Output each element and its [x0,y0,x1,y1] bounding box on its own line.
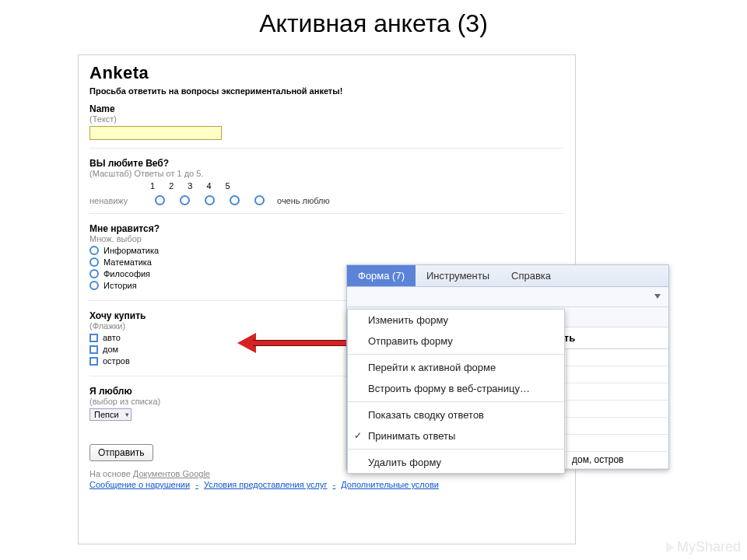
chevron-down-icon[interactable] [654,294,661,299]
option-label: авто [103,333,121,342]
submit-button[interactable]: Отправить [89,444,153,461]
menu-separator [348,449,564,450]
radio-option[interactable] [89,281,99,290]
select-value: Пепси [94,410,119,419]
menu-item-goto-active[interactable]: Перейти к активной форме [348,357,564,378]
scale-right-label: очень люблю [277,196,330,205]
scale-radio-2[interactable] [180,195,190,205]
scale-radio-4[interactable] [230,195,240,205]
question-label: Мне нравится? [89,223,564,234]
option-label: Философия [103,269,150,278]
menu-tab-help[interactable]: Справка [500,265,562,286]
form-description: Просьба ответить на вопросы эксперимента… [89,86,564,96]
menu-separator [348,354,564,355]
menu-tab-tools[interactable]: Инструменты [416,265,500,286]
play-icon [666,542,674,553]
option-label: История [103,281,137,290]
callout-arrow [237,335,346,351]
toolbar-row [347,287,668,307]
menu-tab-form[interactable]: Форма (7) [347,265,416,286]
footer-link-more[interactable]: Дополнительные услови [341,480,439,489]
select-dropdown[interactable]: Пепси ▾ [89,408,132,421]
menu-item-accept-responses[interactable]: Принимать ответы [348,425,564,446]
form-dropdown-menu: Изменить форму Отправить форму Перейти к… [347,309,565,474]
checkbox-option[interactable] [89,345,98,354]
scale-radio-3[interactable] [205,195,215,205]
menu-item-embed[interactable]: Встроить форму в веб-страницу… [348,378,564,399]
footer-links: Сообщение о нарушении - Условия предоста… [89,480,564,489]
option-label: Информатика [103,246,159,255]
footer-link-abuse[interactable]: Сообщение о нарушении [89,480,190,489]
option-label: дом [103,345,118,354]
menubar: Форма (7) Инструменты Справка [347,265,668,287]
menu-item-edit-form[interactable]: Изменить форму [348,310,564,331]
option-label: Математика [103,257,152,267]
question-name: Name (Текст) [89,103,564,149]
chevron-down-icon: ▾ [125,411,129,418]
menu-item-summary[interactable]: Показать сводку ответов [348,404,564,425]
question-hint: Множ. выбор [89,234,564,243]
radio-option[interactable] [89,257,99,267]
watermark: MyShared [666,539,741,555]
option-label: остров [103,356,130,366]
question-scale: ВЫ любите Веб? (Масштаб) Ответы от 1 до … [89,158,564,214]
scale-radio-5[interactable] [254,195,265,205]
form-title: Anketa [89,63,564,83]
scale-radio-1[interactable] [155,195,165,205]
arrow-shaft [253,340,346,346]
question-hint: (Текст) [89,114,564,124]
checkbox-option[interactable] [89,357,98,366]
menu-separator [348,401,564,402]
slide-title: Активная анкета (3) [0,0,747,43]
footer-link-terms[interactable]: Условия предоставления услуг [204,480,328,489]
question-label: Name [89,103,564,114]
scale-numbers: 1 2 3 4 5 [150,181,564,191]
question-label: ВЫ любите Веб? [89,158,564,169]
question-hint: (Масштаб) Ответы от 1 до 5. [89,169,564,178]
menu-screenshot: Форма (7) Инструменты Справка упить 5 Ин… [346,264,669,470]
scale-left-label: ненавижу [89,196,144,205]
radio-option[interactable] [89,246,99,255]
name-input[interactable] [89,126,222,140]
checkbox-option[interactable] [89,334,98,342]
menu-item-send-form[interactable]: Отправить форму [348,331,564,352]
radio-option[interactable] [89,269,99,278]
powered-link[interactable]: Документов Google [133,469,210,478]
menu-item-delete-form[interactable]: Удалить форму [348,452,564,473]
